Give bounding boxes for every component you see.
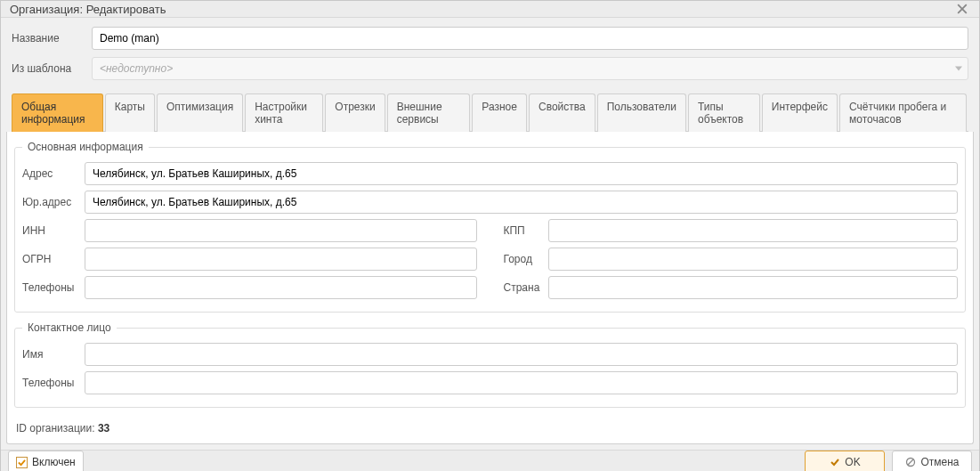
phones-basic-label: Телефоны xyxy=(22,281,85,294)
tab-5[interactable]: Внешние сервисы xyxy=(387,93,471,132)
ok-button[interactable]: OK xyxy=(805,451,885,471)
footer: Включен OK Отмена xyxy=(1,450,979,471)
svg-line-1 xyxy=(908,459,913,465)
tab-10[interactable]: Интерфейс xyxy=(762,93,838,132)
tab-3[interactable]: Настройки хинта xyxy=(245,93,323,132)
chevron-down-icon xyxy=(955,67,962,71)
name-input[interactable] xyxy=(92,27,968,50)
inn-label: ИНН xyxy=(22,224,85,237)
tab-4[interactable]: Отрезки xyxy=(325,93,385,132)
name-label: Название xyxy=(12,32,92,45)
country-input[interactable] xyxy=(548,276,959,299)
address-input[interactable] xyxy=(85,162,958,185)
check-icon xyxy=(829,457,840,468)
template-placeholder: <недоступно> xyxy=(100,62,173,75)
country-label: Страна xyxy=(504,281,548,294)
contact-phones-input[interactable] xyxy=(85,371,958,394)
cancel-label: Отмена xyxy=(920,456,959,468)
org-id-label: ID организации: xyxy=(16,422,98,434)
tab-8[interactable]: Пользователи xyxy=(597,93,686,132)
group-basic-info: Основная информация Адрес Юр.адрес ИНН xyxy=(14,141,966,313)
template-label: Из шаблона xyxy=(12,62,92,75)
ogrn-label: ОГРН xyxy=(22,253,85,265)
tab-2[interactable]: Оптимизация xyxy=(157,93,243,132)
address-label: Адрес xyxy=(22,167,85,180)
kpp-label: КПП xyxy=(504,224,548,237)
tab-9[interactable]: Типы объектов xyxy=(688,93,760,132)
group-contact-legend: Контактное лицо xyxy=(22,321,117,334)
tabs: Общая информацияКартыОптимизацияНастройк… xyxy=(12,93,968,132)
city-label: Город xyxy=(504,253,548,265)
phones-basic-input[interactable] xyxy=(85,276,477,299)
edit-organization-dialog: Организация: Редактировать Название Из ш… xyxy=(0,0,980,471)
ogrn-input[interactable] xyxy=(85,248,477,271)
titlebar: Организация: Редактировать xyxy=(1,1,979,18)
inn-input[interactable] xyxy=(85,219,477,242)
legal-address-label: Юр.адрес xyxy=(22,196,85,208)
cancel-button[interactable]: Отмена xyxy=(892,451,972,471)
tab-1[interactable]: Карты xyxy=(105,93,155,132)
group-basic-legend: Основная информация xyxy=(22,141,149,153)
template-dropdown: <недоступно> xyxy=(92,57,968,80)
window-title: Организация: Редактировать xyxy=(10,3,954,16)
tab-6[interactable]: Разное xyxy=(472,93,527,132)
close-icon[interactable] xyxy=(954,1,970,17)
contact-phones-label: Телефоны xyxy=(22,377,85,389)
tab-11[interactable]: Счётчики пробега и моточасов xyxy=(839,93,967,132)
cancel-icon xyxy=(904,457,916,468)
enabled-checkbox[interactable]: Включен xyxy=(8,451,84,471)
tab-0[interactable]: Общая информация xyxy=(12,93,103,132)
group-contact-person: Контактное лицо Имя Телефоны xyxy=(14,321,966,408)
city-input[interactable] xyxy=(548,248,959,271)
legal-address-input[interactable] xyxy=(85,191,958,214)
kpp-input[interactable] xyxy=(548,219,959,242)
enabled-label: Включен xyxy=(32,456,76,468)
ok-label: OK xyxy=(845,456,860,468)
tabs-area: Общая информацияКартыОптимизацияНастройк… xyxy=(6,93,974,132)
tab-content-general: Основная информация Адрес Юр.адрес ИНН xyxy=(6,132,974,444)
org-id-value: 33 xyxy=(98,422,109,434)
org-id-line: ID организации: 33 xyxy=(14,417,966,436)
contact-name-input[interactable] xyxy=(85,343,958,366)
contact-name-label: Имя xyxy=(22,348,85,361)
tab-7[interactable]: Свойства xyxy=(529,93,595,132)
checkbox-icon xyxy=(16,457,28,468)
header-section: Название Из шаблона <недоступно> xyxy=(1,18,979,93)
